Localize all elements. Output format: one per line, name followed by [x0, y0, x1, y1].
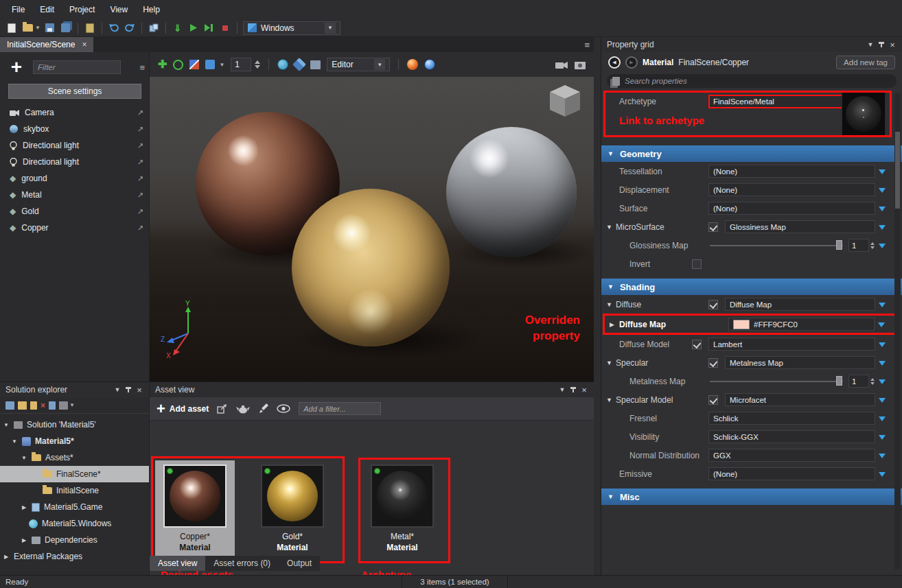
live-scripting-icon[interactable] [148, 22, 160, 34]
expander-icon[interactable]: ▼ [3, 422, 10, 428]
hierarchy-options-icon[interactable]: ≡ [139, 62, 145, 73]
specular-checkbox[interactable] [708, 358, 718, 368]
expander-icon[interactable]: ▼ [11, 438, 18, 445]
scene-filter-input[interactable] [33, 60, 121, 74]
tree-item-external-packages[interactable]: ▶ External Packages [0, 548, 149, 565]
goto-entity-icon[interactable]: ↗ [137, 224, 143, 233]
scene-item-directional-light-1[interactable]: Directional light ↗ [0, 137, 149, 154]
chevron-down-icon[interactable]: ▼ [219, 62, 224, 68]
menu-view[interactable]: View [102, 1, 135, 18]
diffuse-model-checkbox[interactable] [692, 340, 702, 349]
scale-gizmo-icon[interactable] [189, 60, 199, 69]
properties-icon[interactable] [49, 401, 56, 410]
edit-pencil-icon[interactable] [258, 403, 268, 414]
chevron-down-icon[interactable]: ▼ [865, 39, 876, 50]
expander-icon[interactable]: ▼ [606, 224, 616, 231]
chevron-down-icon[interactable]: ▼ [69, 402, 75, 408]
tree-item-material5-windows[interactable]: Material5.Windows [0, 515, 149, 532]
tree-item-finalscene[interactable]: FinalScene* [0, 466, 149, 482]
translate-gizmo-icon[interactable]: ✚ [158, 59, 167, 70]
orientation-cube-gizmo[interactable] [546, 82, 584, 121]
goto-entity-icon[interactable]: ↗ [137, 207, 143, 216]
glossiness-spinner[interactable] [870, 240, 875, 251]
scene-settings-button[interactable]: Scene settings [8, 84, 141, 99]
metalness-value-box[interactable]: 1 [848, 375, 869, 388]
normal-distribution-dropdown[interactable]: GGX [708, 449, 875, 462]
scene-item-directional-light-2[interactable]: Directional light ↗ [0, 154, 149, 170]
dropdown-arrow-icon[interactable] [877, 184, 887, 196]
expander-icon[interactable]: ▼ [608, 283, 614, 290]
specular-dropdown[interactable]: Metalness Map [725, 356, 875, 369]
add-asset-button[interactable]: Add asset [170, 404, 209, 414]
expander-icon[interactable]: ▼ [608, 493, 614, 500]
tab-asset-errors[interactable]: Asset errors (0) [205, 556, 279, 571]
scrollbar-thumb[interactable] [895, 132, 900, 209]
tab-output[interactable]: Output [279, 556, 320, 571]
close-icon[interactable]: × [134, 384, 145, 395]
dropdown-arrow-icon[interactable] [877, 357, 887, 369]
preview-eye-icon[interactable] [277, 404, 290, 413]
dropdown-arrow-icon[interactable] [877, 298, 887, 311]
expander-icon[interactable]: ▼ [606, 397, 616, 403]
property-grid-scrollbar[interactable] [894, 93, 901, 569]
goto-entity-icon[interactable]: ↗ [137, 191, 143, 200]
pin-icon[interactable] [876, 39, 887, 50]
scene-item-metal[interactable]: ◆ Metal ↗ [0, 187, 149, 203]
dropdown-arrow-icon[interactable] [877, 239, 887, 252]
dropdown-arrow-icon[interactable] [877, 468, 887, 480]
start-without-debug-icon[interactable] [203, 22, 216, 34]
tab-asset-view[interactable]: Asset view [150, 556, 205, 571]
expander-icon[interactable]: ▼ [608, 150, 614, 157]
dropdown-arrow-icon[interactable] [877, 221, 887, 233]
scene-cube-icon[interactable] [292, 58, 306, 71]
menu-file[interactable]: File [4, 1, 32, 18]
close-icon[interactable]: × [579, 384, 590, 395]
delete-icon[interactable]: × [41, 401, 45, 410]
render-mode-icon[interactable] [310, 60, 321, 69]
open-icon[interactable] [21, 22, 34, 34]
add-asset-icon[interactable]: + [157, 401, 165, 416]
settings-icon[interactable] [59, 401, 68, 410]
camera-settings-icon[interactable] [555, 60, 568, 69]
glossiness-value-box[interactable]: 1 [848, 239, 869, 252]
redo-icon[interactable] [124, 22, 136, 34]
pin-icon[interactable] [123, 384, 134, 395]
diffuse-dropdown[interactable]: Diffuse Map [725, 298, 875, 311]
fresnel-dropdown[interactable]: Schlick [708, 412, 875, 425]
dropdown-arrow-icon[interactable] [877, 202, 887, 215]
scene-item-skybox[interactable]: skybox ↗ [0, 121, 149, 137]
pin-icon[interactable] [568, 384, 579, 395]
undo-icon[interactable] [108, 22, 120, 34]
add-new-tag-button[interactable]: Add new tag [836, 56, 895, 69]
invert-checkbox[interactable] [692, 259, 702, 269]
expander-icon[interactable]: ▼ [21, 455, 27, 461]
tessellation-dropdown[interactable]: (None) [708, 165, 875, 178]
goto-entity-icon[interactable]: ↗ [137, 174, 143, 183]
tree-item-solution[interactable]: ▼ Solution 'Material5' [0, 416, 149, 433]
expander-icon[interactable]: ▶ [610, 321, 619, 328]
dropdown-arrow-icon[interactable] [877, 449, 887, 462]
teapot-icon[interactable] [236, 404, 250, 414]
add-item-icon[interactable] [30, 401, 37, 410]
menu-project[interactable]: Project [62, 1, 102, 18]
platform-dropdown[interactable]: Windows ▼ [243, 21, 340, 35]
specular-model-checkbox[interactable] [708, 395, 718, 405]
property-search-input[interactable] [625, 77, 891, 85]
goto-entity-icon[interactable]: ↗ [137, 125, 143, 134]
material-preview-sphere-icon[interactable] [407, 59, 418, 70]
screenshot-icon[interactable] [575, 60, 586, 69]
snap-icon[interactable] [205, 60, 215, 69]
scene-item-camera[interactable]: Camera ↗ [0, 104, 149, 121]
expander-icon[interactable]: ▶ [3, 554, 10, 560]
wireframe-sphere-icon[interactable] [424, 59, 435, 70]
paste-icon[interactable] [84, 22, 96, 34]
surface-dropdown[interactable]: (None) [708, 202, 875, 215]
tree-item-assets[interactable]: ▼ Assets* [0, 449, 149, 466]
gold-sphere[interactable] [292, 189, 450, 346]
add-entity-button[interactable]: + [5, 56, 27, 78]
dropdown-arrow-icon[interactable] [877, 394, 887, 406]
tree-item-initialscene[interactable]: InitialScene [0, 482, 149, 499]
specular-model-dropdown[interactable]: Microfacet [725, 393, 875, 406]
diffuse-checkbox[interactable] [708, 300, 718, 309]
diffuse-map-color-field[interactable]: #FFF9CFC0 [728, 318, 875, 331]
